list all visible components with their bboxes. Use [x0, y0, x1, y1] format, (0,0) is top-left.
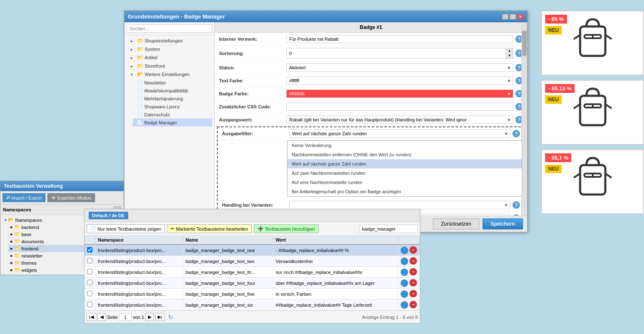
ausgabefilter-select-wrapper: Wert auf nächste ganze Zahl runden ▼ — [289, 129, 510, 138]
status-label: Status: — [219, 65, 286, 70]
form-panel: Badge #1 Interner Vermerk: ? Sortierung:… — [215, 22, 527, 216]
table-search-input[interactable] — [359, 225, 418, 233]
lang-tab[interactable]: Default / de DE — [89, 212, 128, 219]
interner-vermerk-input[interactable] — [286, 35, 513, 43]
pager-next[interactable]: ▶ — [145, 313, 154, 321]
table-row[interactable]: frontend/listing/product-box/pro... badg… — [84, 267, 420, 278]
edit-marked-btn[interactable]: ✏ Markierte Textbausteine bearbeiten — [167, 224, 252, 233]
row-checkbox[interactable] — [84, 245, 95, 256]
add-textbaustein-btn[interactable]: ➕ Textbaustein hinzufügen — [254, 224, 319, 233]
sortierung-down[interactable]: ▼ — [506, 53, 513, 58]
sortierung-up[interactable]: ▲ — [506, 48, 513, 53]
reset-button[interactable]: Zurücksetzen — [433, 218, 479, 229]
delete-icon[interactable]: − — [409, 257, 417, 265]
delete-icon[interactable]: − — [409, 290, 417, 297]
tree-item-badge-manager[interactable]: 📄 Badge Manager — [133, 118, 212, 126]
sortierung-input[interactable] — [287, 48, 506, 58]
preview3-badge-new: NEU — [545, 165, 562, 173]
tree-item-shopeinstellungen[interactable]: ▸ 📁 Shopeinstellungen — [127, 37, 212, 45]
handling-select[interactable] — [289, 201, 510, 209]
close-button[interactable]: ✕ — [517, 14, 524, 20]
dialog-body: ▸ 📁 Shopeinstellungen ▸ 📁 System ▸ 📁 Art… — [124, 22, 527, 216]
import-export-button[interactable]: ⇄ Import / Export — [3, 193, 45, 202]
scrollbar-thumb[interactable] — [522, 31, 527, 56]
css-code-input[interactable] — [286, 103, 513, 111]
tree-item-system[interactable]: ▸ 📁 System — [127, 45, 212, 53]
table-row[interactable]: frontend/listing/product-box/pro... badg… — [84, 289, 420, 300]
tree-item-mehrfach[interactable]: 📄 Mehrfachänderung — [133, 95, 212, 103]
scrollbar[interactable] — [521, 22, 527, 216]
globe-icon[interactable]: 🌐 — [401, 279, 408, 287]
pencil-icon: ✏ — [171, 226, 174, 231]
expand-icon: ▸ — [11, 224, 13, 230]
tree-search-input[interactable] — [127, 24, 212, 33]
dropdown-option-nachkomma[interactable]: Nachkommastellen entfernen (OHNE den Wer… — [288, 150, 522, 159]
pager-first[interactable]: |◀ — [87, 313, 96, 321]
folder-icon: 📁 — [137, 38, 143, 44]
tree-label: Abwärtskompatibilität — [144, 88, 188, 93]
tree-item-abwaerts[interactable]: 📄 Abwärtskompatibilität — [133, 87, 212, 95]
row-checkbox[interactable] — [84, 289, 95, 300]
ns-widgets-label: widgets — [21, 268, 37, 273]
pager-last[interactable]: ▶| — [155, 313, 165, 321]
import-icon: ⇄ — [6, 195, 10, 200]
table-row[interactable]: frontend/listing/product-box/pro... badg… — [84, 300, 420, 310]
row-actions: 🌐 − — [398, 278, 420, 289]
doc-icon: 📄 — [137, 112, 143, 117]
ausgabefilter-help[interactable]: ? — [512, 130, 520, 137]
delete-icon[interactable]: − — [409, 301, 417, 308]
dropdown-option-zwei[interactable]: Auf zwei Nachkommastellen runden — [288, 168, 522, 178]
dropdown-option-eine[interactable]: Auf eine Nachkommastelle runden — [288, 178, 522, 187]
tree-item-weitere[interactable]: ▾ 📂 Weitere Einstellungen — [127, 70, 212, 79]
globe-icon[interactable]: 🌐 — [401, 301, 408, 309]
add-label: Textbaustein hinzufügen — [265, 226, 315, 231]
ausgangswert-select[interactable]: Rabatt (gilt bei Varianten nur für das H… — [286, 116, 513, 124]
tree-item-datenschutz[interactable]: 📄 Datenschutz — [133, 110, 212, 118]
preview2-badge-new: NEU — [545, 95, 562, 104]
tree-item-artikel[interactable]: ▸ 📁 Artikel — [127, 53, 212, 62]
svg-rect-5 — [580, 96, 605, 125]
globe-icon[interactable]: 🌐 — [401, 247, 408, 254]
dropdown-option-keine[interactable]: Keine Veränderung — [288, 141, 522, 150]
table-row[interactable]: frontend/listing/product-box/pro... badg… — [84, 278, 420, 289]
dropdown-option-artikel[interactable]: Bei Artikeleigenschaft pro Option ein Ba… — [288, 187, 522, 196]
tree-item-newsletter[interactable]: 📄 Newsletter — [133, 79, 212, 87]
tree-item-lizenz[interactable]: 📄 Shopware-Lizenz — [133, 103, 212, 110]
dropdown-option-runden[interactable]: Wert auf nächste ganze Zahl runden — [288, 159, 522, 168]
status-select[interactable]: Aktiviert Deaktiviert — [286, 63, 513, 72]
tree-label: Artikel — [145, 55, 158, 60]
minimize-button[interactable]: ─ — [502, 14, 509, 20]
delete-icon[interactable]: − — [409, 246, 417, 254]
tree-label: Datenschutz — [144, 112, 170, 117]
row-actions: 🌐 − — [398, 267, 420, 278]
globe-icon[interactable]: 🌐 — [401, 290, 408, 298]
css-code-label: Zusätzlicher CSS Code: — [219, 104, 286, 109]
expert-mode-button[interactable]: 👁 Experten-Modus — [48, 193, 95, 202]
table-row[interactable]: frontend/listing/product-box/pro... badg… — [84, 256, 420, 267]
row-checkbox[interactable] — [84, 300, 95, 310]
table-toolbar: 📄 Nur leere Textbausteine zeigen ✏ Marki… — [84, 222, 420, 236]
doc-icon: 📄 — [137, 104, 143, 109]
row-checkbox[interactable] — [84, 278, 95, 289]
ausgabefilter-select[interactable]: Wert auf nächste ganze Zahl runden — [289, 129, 510, 138]
delete-icon[interactable]: − — [409, 268, 417, 276]
show-empty-btn[interactable]: 📄 Nur leere Textbausteine zeigen — [87, 224, 165, 233]
save-button[interactable]: Speichern — [483, 218, 523, 229]
operator-help[interactable]: ? — [512, 214, 520, 216]
text-farbe-select[interactable]: #ffffff #000000 — [286, 76, 513, 85]
row-checkbox[interactable] — [84, 256, 95, 267]
row-checkbox[interactable] — [84, 267, 95, 278]
badge-farbe-select[interactable]: #ff4646 — [286, 89, 513, 98]
pager-input[interactable] — [119, 313, 132, 321]
pager-prev[interactable]: ◀ — [98, 313, 106, 321]
tree-item-storefront[interactable]: ▸ 📁 Storefront — [127, 62, 212, 70]
handling-help[interactable]: ? — [512, 201, 520, 209]
restore-button[interactable]: □ — [509, 14, 516, 20]
delete-icon[interactable]: − — [409, 279, 417, 287]
globe-icon[interactable]: 🌐 — [401, 268, 408, 276]
table-row[interactable]: frontend/listing/product-box/pro... badg… — [84, 245, 420, 256]
globe-icon[interactable]: 🌐 — [401, 258, 408, 265]
pager-refresh-button[interactable]: ↻ — [168, 314, 173, 321]
tree-label: Newsletter — [144, 80, 166, 85]
import-export-label: Import / Export — [11, 195, 42, 200]
